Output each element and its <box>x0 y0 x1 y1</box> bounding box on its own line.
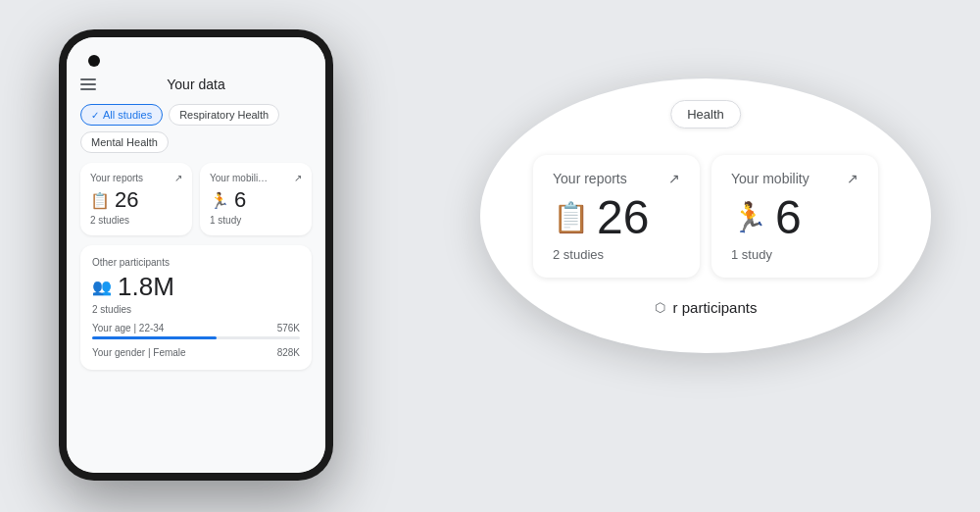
report-icon: 📋 <box>90 191 110 210</box>
mobility-expand-icon[interactable]: ↗ <box>294 173 302 183</box>
participants-card[interactable]: Other participants 👥 1.8M 2 studies Your… <box>80 245 312 370</box>
chip-mental-health[interactable]: Mental Health <box>80 131 169 153</box>
health-chip-partial: Health <box>670 100 741 128</box>
hamburger-menu-icon[interactable] <box>80 78 96 90</box>
age-bar <box>92 336 300 339</box>
phone-inner: Your data ✓ All studies Respiratory Heal… <box>67 37 325 473</box>
share-icon: ⬡ <box>655 300 665 315</box>
zoom-participants-label: r participants <box>673 299 758 316</box>
zoom-mobility-value-row: 🏃 6 <box>731 194 858 241</box>
zoom-mobility-card[interactable]: Your mobility ↗ 🏃 6 1 study <box>711 155 878 278</box>
zoom-reports-subtitle: 2 studies <box>553 247 680 262</box>
phone-header: Your data <box>80 77 312 92</box>
cards-row: Your reports ↗ 📋 26 2 studies Your mobil… <box>80 163 312 235</box>
mobility-icon: 🏃 <box>210 191 229 210</box>
people-icon: 👥 <box>92 278 112 296</box>
zoom-reports-expand-icon[interactable]: ↗ <box>668 171 680 186</box>
zoom-reports-card[interactable]: Your reports ↗ 📋 26 2 studies <box>533 155 700 278</box>
mobility-card-title: Your mobili… <box>210 173 268 183</box>
mobility-card[interactable]: Your mobili… ↗ 🏃 6 1 study <box>200 163 312 235</box>
gender-label: Your gender | Female <box>92 347 186 358</box>
phone-screen: Your data ✓ All studies Respiratory Heal… <box>67 37 325 473</box>
chip-respiratory-health[interactable]: Respiratory Health <box>169 104 279 126</box>
reports-value-row: 📋 26 <box>90 187 182 213</box>
zoom-ellipse-overlay: Health Your reports ↗ 📋 26 2 studies You… <box>480 78 931 353</box>
chip-all-studies-label: All studies <box>103 109 152 121</box>
mobility-number: 6 <box>234 187 246 213</box>
zoom-mobility-number: 6 <box>775 194 802 241</box>
age-value: 576K <box>277 323 300 333</box>
mobility-subtitle: 1 study <box>210 215 302 226</box>
reports-number: 26 <box>115 187 138 213</box>
chip-mental-health-label: Mental Health <box>91 136 158 148</box>
age-bar-fill <box>92 336 217 339</box>
reports-expand-icon[interactable]: ↗ <box>174 173 182 183</box>
filter-chips: ✓ All studies Respiratory Health Mental … <box>80 104 312 153</box>
participants-card-header: Other participants <box>92 257 300 268</box>
zoom-mobility-subtitle: 1 study <box>731 247 858 262</box>
gender-stat-row: Your gender | Female 828K <box>92 347 300 358</box>
reports-card-title: Your reports <box>90 173 143 183</box>
participants-value-row: 👥 1.8M <box>92 272 300 302</box>
participants-subtitle: 2 studies <box>92 304 300 315</box>
gender-value: 828K <box>277 347 300 358</box>
check-icon: ✓ <box>91 110 99 121</box>
zoom-reports-title: Your reports <box>553 171 627 186</box>
health-chip-label: Health <box>687 107 724 122</box>
participants-card-title: Other participants <box>92 257 170 268</box>
zoom-report-icon: 📋 <box>553 200 589 234</box>
age-stat-row: Your age | 22-34 576K <box>92 323 300 333</box>
participants-number: 1.8M <box>118 272 174 302</box>
zoom-reports-value-row: 📋 26 <box>553 194 680 241</box>
reports-card-header: Your reports ↗ <box>90 173 182 183</box>
zoom-mobility-expand-icon[interactable]: ↗ <box>847 171 858 186</box>
zoom-reports-number: 26 <box>597 194 649 241</box>
chip-respiratory-label: Respiratory Health <box>179 109 269 121</box>
chip-all-studies[interactable]: ✓ All studies <box>80 104 163 126</box>
mobility-value-row: 🏃 6 <box>210 187 302 213</box>
zoom-mobility-title: Your mobility <box>731 171 809 186</box>
phone-camera <box>88 55 100 67</box>
zoom-content: Your reports ↗ 📋 26 2 studies Your mobil… <box>480 155 931 278</box>
reports-subtitle: 2 studies <box>90 215 182 226</box>
zoom-reports-card-header: Your reports ↗ <box>553 171 680 186</box>
mobility-card-header: Your mobili… ↗ <box>210 173 302 183</box>
phone-frame: Your data ✓ All studies Respiratory Heal… <box>59 29 333 481</box>
age-label: Your age | 22-34 <box>92 323 164 333</box>
reports-card[interactable]: Your reports ↗ 📋 26 2 studies <box>80 163 192 235</box>
zoom-participants-section: ⬡ r participants <box>655 299 758 316</box>
zoom-mobility-icon: 🏃 <box>731 200 767 234</box>
phone-title: Your data <box>167 77 224 92</box>
zoom-mobility-card-header: Your mobility ↗ <box>731 171 858 186</box>
